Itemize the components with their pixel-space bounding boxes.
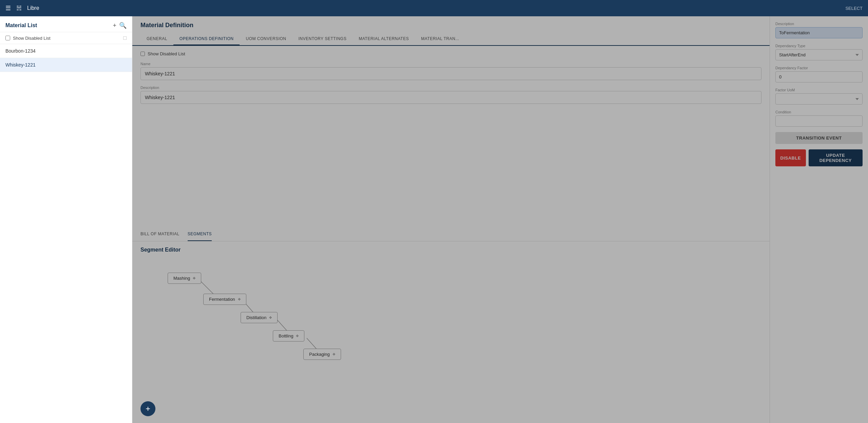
fermentation-expand-icon: ✥ xyxy=(238,297,241,301)
node-bottling[interactable]: Bottling ✥ xyxy=(273,330,304,342)
fermentation-label: Fermentation xyxy=(209,297,235,302)
distillation-expand-icon: ✥ xyxy=(269,316,272,319)
condition-label: Condition xyxy=(775,110,863,114)
top-nav: ☰ ☵ Libre SELECT xyxy=(0,0,868,16)
sub-tab-segments[interactable]: SEGMENTS xyxy=(188,227,212,241)
dependency-factor-input[interactable] xyxy=(775,71,863,82)
dependency-type-select[interactable]: StartAfterEnd StartAfterStart EndAfterEn… xyxy=(775,49,863,60)
sub-tab-bom[interactable]: BILL OF MATERIAL xyxy=(140,227,180,241)
main-layout: Material List + 🔍 Show Disabled List □ B… xyxy=(0,16,868,423)
description-label: Description xyxy=(140,86,761,90)
factor-uom-select[interactable] xyxy=(775,93,863,105)
node-distillation[interactable]: Distillation ✥ xyxy=(241,312,278,323)
sidebar-item-bourbon[interactable]: Bourbon-1234 xyxy=(0,44,132,58)
search-icon[interactable]: 🔍 xyxy=(119,22,127,29)
tab-uom[interactable]: UOM CONVERSION xyxy=(240,33,292,45)
bottling-expand-icon: ✥ xyxy=(296,334,299,338)
sidebar-header: Material List + 🔍 xyxy=(0,16,132,32)
mashing-label: Mashing xyxy=(173,276,190,281)
distillation-label: Distillation xyxy=(246,315,266,320)
condition-group: Condition xyxy=(775,110,863,127)
rp-description-label: Description xyxy=(775,22,863,26)
transition-event-button[interactable]: TRANSITION EVENT xyxy=(775,132,863,144)
sidebar-collapse-icon[interactable]: □ xyxy=(123,35,127,41)
tab-inventory[interactable]: INVENTORY SETTINGS xyxy=(293,33,353,45)
material-panel-header: Material Definition GENERAL OPERATIONS D… xyxy=(132,16,770,46)
node-packaging[interactable]: Packaging ✥ xyxy=(303,349,341,360)
material-panel: Material Definition GENERAL OPERATIONS D… xyxy=(132,16,770,423)
content-wrapper: Material Definition GENERAL OPERATIONS D… xyxy=(132,16,868,423)
sub-tabs: BILL OF MATERIAL SEGMENTS xyxy=(132,227,770,241)
tab-operations[interactable]: OPERATIONS DEFINITION xyxy=(173,33,240,45)
show-disabled-label: Show Disabled List xyxy=(13,36,51,41)
dependency-factor-group: Dependancy Factor xyxy=(775,66,863,82)
show-disabled-ops-label: Show Disabled List xyxy=(148,51,185,56)
disable-button[interactable]: DISABLE xyxy=(775,149,806,166)
sidebar-show-disabled-row: Show Disabled List □ xyxy=(0,32,132,44)
sidebar: Material List + 🔍 Show Disabled List □ B… xyxy=(0,16,132,423)
tab-general[interactable]: GENERAL xyxy=(140,33,173,45)
description-input[interactable] xyxy=(140,91,761,104)
sidebar-title: Material List xyxy=(5,22,37,29)
name-field: Name xyxy=(140,62,761,80)
show-disabled-checkbox[interactable] xyxy=(5,36,10,40)
action-buttons: DISABLE UPDATE DEPENDENCY xyxy=(775,149,863,166)
app-title: Libre xyxy=(27,5,39,11)
show-disabled-row: Show Disabled List xyxy=(140,51,761,56)
tab-tran[interactable]: MATERIAL TRAN... xyxy=(415,33,465,45)
segment-editor: Segment Editor Mashing xyxy=(132,241,770,423)
update-dependency-button[interactable]: UPDATE DEPENDENCY xyxy=(809,149,863,166)
factor-uom-group: Factor UoM xyxy=(775,88,863,105)
name-label: Name xyxy=(140,62,761,66)
packaging-expand-icon: ✥ xyxy=(333,352,335,356)
add-icon[interactable]: + xyxy=(113,22,116,29)
add-segment-button[interactable]: + xyxy=(140,401,155,416)
factor-uom-label: Factor UoM xyxy=(775,88,863,92)
sidebar-item-whiskey[interactable]: Whiskey-1221 xyxy=(0,58,132,72)
condition-input[interactable] xyxy=(775,115,863,127)
segment-editor-title: Segment Editor xyxy=(140,247,761,253)
segment-canvas: Mashing ✥ Fermentation ✥ Distillation ✥ xyxy=(140,258,761,416)
tab-alternates[interactable]: MATERIAL ALTERNATES xyxy=(353,33,415,45)
mashing-expand-icon: ✥ xyxy=(193,276,195,280)
name-input[interactable] xyxy=(140,67,761,80)
app-icon: ☵ xyxy=(16,4,22,12)
show-disabled-operations-checkbox[interactable] xyxy=(140,52,145,56)
panel-body: Show Disabled List Name Description xyxy=(132,46,770,227)
right-panel: Description Dependancy Type StartAfterEn… xyxy=(770,16,868,423)
sidebar-header-actions: + 🔍 xyxy=(113,22,127,29)
dependency-factor-label: Dependancy Factor xyxy=(775,66,863,70)
description-group: Description xyxy=(775,22,863,38)
bottling-label: Bottling xyxy=(279,333,293,338)
menu-icon[interactable]: ☰ xyxy=(5,4,11,12)
tabs: GENERAL OPERATIONS DEFINITION UOM CONVER… xyxy=(140,33,761,45)
dependency-type-label: Dependancy Type xyxy=(775,44,863,48)
material-panel-title: Material Definition xyxy=(140,22,761,29)
description-field: Description xyxy=(140,86,761,104)
rp-description-input[interactable] xyxy=(775,27,863,38)
packaging-label: Packaging xyxy=(309,352,330,357)
dependency-type-group: Dependancy Type StartAfterEnd StartAfter… xyxy=(775,44,863,60)
node-fermentation[interactable]: Fermentation ✥ xyxy=(203,294,246,305)
node-mashing[interactable]: Mashing ✥ xyxy=(168,273,201,284)
select-text: SELECT xyxy=(845,6,863,11)
